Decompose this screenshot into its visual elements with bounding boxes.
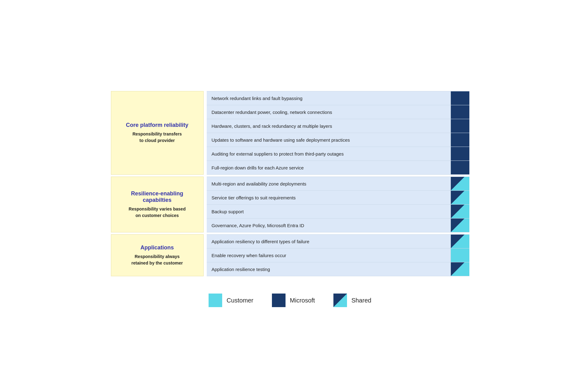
section-items-core-platform: Network redundant links and fault bypass…	[207, 91, 469, 175]
item-indicator-shared	[451, 262, 469, 276]
section-subtitle-core-platform: Responsibility transfers to cloud provid…	[133, 131, 182, 144]
section-subtitle-applications: Responsibility always retained by the cu…	[131, 253, 183, 266]
section-applications: ApplicationsResponsibility always retain…	[111, 234, 469, 276]
item-row: Governance, Azure Policy, Microsoft Entr…	[207, 219, 469, 232]
item-text: Full-region down drills for each Azure s…	[207, 161, 451, 174]
item-indicator-shared	[451, 191, 469, 204]
item-indicator-microsoft	[451, 91, 469, 105]
item-text: Backup support	[207, 205, 451, 218]
item-text: Hardware, clusters, and rack redundancy …	[207, 119, 451, 133]
section-subtitle-resilience-enabling: Responsibility varies based on customer …	[129, 206, 185, 219]
item-text: Datacenter redundant power, cooling, net…	[207, 105, 451, 119]
legend-box-customer	[209, 294, 222, 307]
item-row: Multi-region and availability zone deplo…	[207, 177, 469, 191]
section-title-resilience-enabling: Resilience-enabling capabilties	[117, 190, 197, 203]
item-text: Updates to software and hardware using s…	[207, 133, 451, 147]
section-core-platform: Core platform reliabilityResponsibility …	[111, 91, 469, 175]
section-label-applications: ApplicationsResponsibility always retain…	[111, 234, 204, 276]
legend-label-microsoft: Microsoft	[290, 297, 315, 304]
legend-item-microsoft: Microsoft	[272, 294, 315, 307]
section-title-applications: Applications	[140, 244, 174, 251]
item-row: Hardware, clusters, and rack redundancy …	[207, 119, 469, 133]
section-label-core-platform: Core platform reliabilityResponsibility …	[111, 91, 204, 175]
item-indicator-microsoft	[451, 161, 469, 174]
item-row: Enable recovery when failures occur	[207, 248, 469, 262]
item-row: Datacenter redundant power, cooling, net…	[207, 105, 469, 119]
section-resilience-enabling: Resilience-enabling capabiltiesResponsib…	[111, 177, 469, 232]
main-content: Core platform reliabilityResponsibility …	[111, 91, 469, 278]
legend-box-shared	[333, 294, 347, 307]
legend: CustomerMicrosoftShared	[111, 294, 469, 307]
legend-item-customer: Customer	[209, 294, 253, 307]
item-indicator-shared	[451, 177, 469, 190]
item-row: Updates to software and hardware using s…	[207, 133, 469, 147]
item-text: Application resiliency to different type…	[207, 235, 451, 248]
item-text: Auditing for external suppliers to prote…	[207, 147, 451, 161]
section-label-resilience-enabling: Resilience-enabling capabiltiesResponsib…	[111, 177, 204, 232]
item-row: Full-region down drills for each Azure s…	[207, 161, 469, 175]
item-text: Multi-region and availability zone deplo…	[207, 177, 451, 190]
section-title-core-platform: Core platform reliability	[126, 122, 188, 128]
section-items-applications: Application resiliency to different type…	[207, 234, 469, 276]
legend-label-customer: Customer	[226, 297, 253, 304]
item-indicator-shared	[451, 205, 469, 218]
item-indicator-microsoft	[451, 147, 469, 161]
legend-box-microsoft	[272, 294, 286, 307]
item-text: Enable recovery when failures occur	[207, 248, 451, 262]
item-text: Application resilience testing	[207, 262, 451, 276]
item-row: Application resilience testing	[207, 262, 469, 276]
item-row: Network redundant links and fault bypass…	[207, 91, 469, 105]
item-indicator-customer	[451, 248, 469, 262]
item-text: Network redundant links and fault bypass…	[207, 91, 451, 105]
item-text: Service tier offerings to suit requireme…	[207, 191, 451, 204]
item-indicator-shared	[451, 235, 469, 248]
item-indicator-shared	[451, 219, 469, 232]
section-items-resilience-enabling: Multi-region and availability zone deplo…	[207, 177, 469, 232]
item-indicator-microsoft	[451, 105, 469, 119]
item-row: Service tier offerings to suit requireme…	[207, 191, 469, 205]
legend-item-shared: Shared	[333, 294, 371, 307]
item-indicator-microsoft	[451, 133, 469, 147]
page-container: Core platform reliabilityResponsibility …	[105, 66, 476, 326]
item-row: Application resiliency to different type…	[207, 234, 469, 248]
item-text: Governance, Azure Policy, Microsoft Entr…	[207, 219, 451, 232]
item-indicator-microsoft	[451, 119, 469, 133]
item-row: Backup support	[207, 205, 469, 219]
item-row: Auditing for external suppliers to prote…	[207, 147, 469, 161]
legend-label-shared: Shared	[351, 297, 371, 304]
